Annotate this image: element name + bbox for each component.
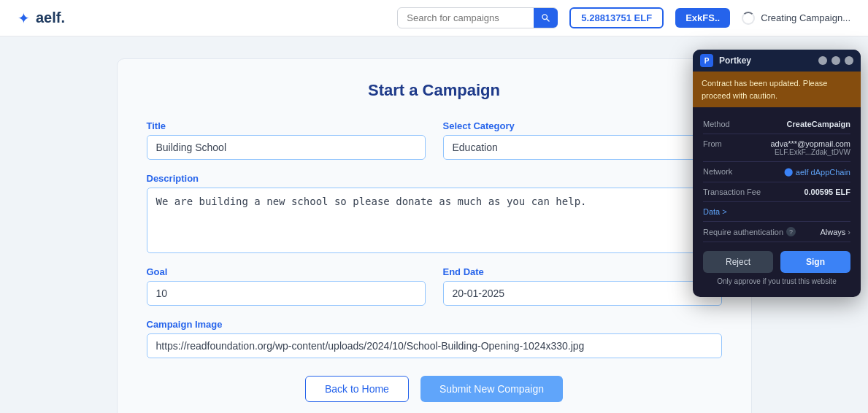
portkey-reject-button[interactable]: Reject	[703, 251, 773, 273]
portkey-auth-help-icon[interactable]: ?	[786, 227, 796, 236]
goal-label: Goal	[147, 266, 426, 277]
portkey-method-key: Method	[703, 120, 730, 128]
portkey-data-link[interactable]: Data >	[703, 207, 727, 216]
portkey-network-label: aelf dAppChain	[796, 168, 850, 177]
portkey-auth-val-text: Always	[820, 228, 845, 236]
description-textarea[interactable]: We are building a new school so please d…	[147, 188, 722, 253]
creating-status-text: Creating Campaign...	[761, 12, 850, 23]
portkey-from-email: adva***@yopmail.com	[770, 139, 850, 148]
campaign-form-card: Start a Campaign Title Select Category D…	[117, 58, 752, 413]
portkey-fee-val: 0.00595 ELF	[804, 188, 850, 196]
portkey-button-row: Reject Sign	[703, 242, 850, 277]
creating-status: Creating Campaign...	[742, 12, 850, 25]
portkey-auth-label: Require authentication ?	[703, 227, 796, 236]
image-label: Campaign Image	[147, 319, 722, 330]
portkey-from-row: From adva***@yopmail.com ELF.ExkF...Zdak…	[703, 134, 850, 162]
portkey-auth-val: Always ›	[820, 228, 850, 236]
header: ✦ aelf. 5.28813751 ELF ExkFS.. Creating …	[0, 0, 868, 36]
portkey-from-address: ELF.ExkF...Zdak_tDVW	[770, 148, 850, 156]
description-label: Description	[147, 173, 722, 184]
search-icon	[541, 13, 550, 23]
portkey-method-val: CreateCampaign	[787, 120, 850, 128]
portkey-warning: Contract has been updated. Please procee…	[693, 72, 861, 107]
logo-text: aelf.	[36, 9, 65, 26]
portkey-from-val: adva***@yopmail.com ELF.ExkF...Zdak_tDVW	[770, 139, 850, 156]
portkey-body: Method CreateCampaign From adva***@yopma…	[693, 107, 861, 297]
title-input[interactable]	[147, 135, 426, 160]
portkey-modal: P Portkey Contract has been updated. Ple…	[693, 50, 861, 297]
portkey-sign-button[interactable]: Sign	[780, 251, 850, 273]
end-date-input[interactable]	[443, 281, 722, 306]
goal-date-row: Goal End Date	[147, 266, 722, 306]
image-url-input[interactable]	[147, 333, 722, 358]
portkey-titlebar: P Portkey	[693, 50, 861, 72]
portkey-minimize-button[interactable]	[818, 56, 827, 65]
end-date-group: End Date	[443, 266, 722, 306]
portkey-from-key: From	[703, 139, 722, 148]
title-label: Title	[147, 120, 426, 131]
portkey-trust-text: Only approve if you trust this website	[703, 277, 850, 290]
page-title: Start a Campaign	[147, 81, 722, 100]
portkey-network-row: Network ⬤ aelf dAppChain	[703, 162, 850, 182]
portkey-title: Portkey	[719, 55, 813, 66]
portkey-maximize-button[interactable]	[831, 56, 840, 65]
goal-group: Goal	[147, 266, 426, 306]
portkey-close-button[interactable]	[845, 56, 853, 65]
portkey-data-row: Data >	[703, 202, 850, 222]
balance-button[interactable]: 5.28813751 ELF	[569, 7, 664, 28]
main-content: Start a Campaign Title Select Category D…	[88, 36, 781, 413]
portkey-window-buttons	[818, 56, 853, 65]
category-input[interactable]	[443, 135, 722, 160]
logo-icon: ✦	[18, 9, 30, 27]
portkey-auth-key-text: Require authentication	[703, 228, 783, 236]
loading-spinner	[742, 12, 755, 25]
logo-area: ✦ aelf.	[18, 9, 65, 27]
portkey-auth-row: Require authentication ? Always ›	[703, 222, 850, 242]
form-actions: Back to Home Submit New Compaign	[147, 376, 722, 402]
back-to-home-button[interactable]: Back to Home	[305, 376, 409, 402]
portkey-fee-key: Transaction Fee	[703, 188, 761, 196]
search-area	[397, 7, 558, 28]
portkey-auth-chevron: ›	[848, 228, 850, 236]
search-button[interactable]	[534, 8, 558, 28]
title-group: Title	[147, 120, 426, 160]
description-group: Description We are building a new school…	[147, 173, 722, 253]
submit-campaign-button[interactable]: Submit New Compaign	[420, 376, 563, 402]
goal-input[interactable]	[147, 281, 426, 306]
title-category-row: Title Select Category	[147, 120, 722, 160]
category-group: Select Category	[443, 120, 722, 160]
portkey-logo-icon: P	[700, 54, 713, 67]
portkey-network-val: ⬤ aelf dAppChain	[784, 167, 850, 177]
portkey-method-row: Method CreateCampaign	[703, 115, 850, 134]
image-group: Campaign Image	[147, 319, 722, 358]
end-date-label: End Date	[443, 266, 722, 277]
portkey-fee-row: Transaction Fee 0.00595 ELF	[703, 182, 850, 202]
portkey-network-key: Network	[703, 167, 732, 176]
portkey-network-dot: ⬤	[784, 167, 793, 177]
category-label: Select Category	[443, 120, 722, 131]
account-button[interactable]: ExkFS..	[675, 8, 730, 28]
